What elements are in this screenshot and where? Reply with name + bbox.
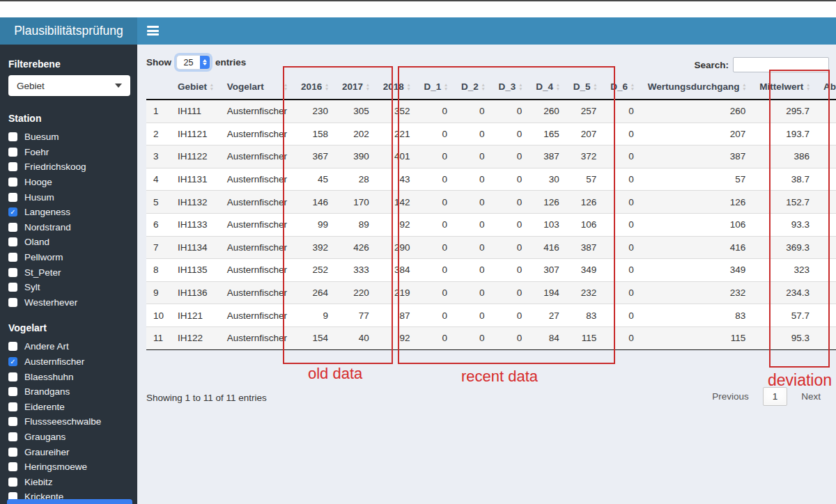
checkbox-icon[interactable]	[8, 387, 17, 396]
next-page-button[interactable]: Next	[793, 387, 829, 406]
station-item-foehr[interactable]: Foehr	[8, 145, 130, 160]
column-header-d-6[interactable]: D_6▴▾	[603, 75, 641, 100]
cell: 165	[529, 123, 566, 145]
checkbox-icon[interactable]	[8, 298, 17, 307]
column-header-d-4[interactable]: D_4▴▾	[529, 75, 566, 100]
checkbox-icon[interactable]	[8, 283, 17, 292]
station-item-buesum[interactable]: Buesum	[8, 129, 130, 145]
column-header-abweichung[interactable]: Abweichung▴▾	[816, 75, 836, 100]
sort-icon: ▴▾	[207, 83, 213, 90]
cell: 0	[417, 145, 455, 168]
station-item-hooge[interactable]: Hooge	[8, 175, 130, 190]
vogelart-item-andere-art[interactable]: Andere Art	[8, 339, 130, 354]
table-row[interactable]: 7IH1134Austernfischer3924262900004163870…	[146, 236, 836, 259]
cell: 170	[335, 191, 376, 214]
column-header-2016[interactable]: 2016▴▾	[294, 75, 335, 100]
cell: 0	[454, 100, 492, 123]
cell: 1	[146, 100, 171, 123]
cell: 401	[376, 145, 417, 168]
column-header-d-1[interactable]: D_1▴▾	[417, 75, 455, 100]
checkbox-icon[interactable]	[8, 462, 17, 471]
vogelart-item-kiebitz[interactable]: Kiebitz	[8, 474, 130, 489]
vogelart-item-austernfischer[interactable]: ✓Austernfischer	[8, 354, 130, 370]
station-item-st-peter[interactable]: St_Peter	[8, 265, 130, 280]
table-row[interactable]: 11IH122Austernfischer1544092000841150115…	[146, 326, 836, 349]
table-row[interactable]: 10IH121Austernfischer97787000278308357.7…	[146, 304, 836, 327]
checkbox-checked-icon[interactable]: ✓	[8, 357, 17, 366]
column-header-d-2[interactable]: D_2▴▾	[454, 75, 492, 100]
station-item-friedrichskoog[interactable]: Friedrichskoog	[8, 159, 130, 175]
table-row[interactable]: 3IH1122Austernfischer3673904010003873720…	[146, 145, 836, 168]
table-row[interactable]: 6IH1133Austernfischer9989920001031060106…	[146, 213, 836, 236]
cell: IH1133	[171, 213, 220, 236]
cell: 390	[335, 145, 376, 168]
checkbox-icon[interactable]	[8, 478, 17, 487]
column-header-d-5[interactable]: D_5▴▾	[566, 75, 604, 100]
table-row[interactable]: 1IH111Austernfischer23030535200026025702…	[146, 100, 836, 123]
checkbox-icon[interactable]	[8, 148, 17, 157]
checkbox-icon[interactable]	[8, 253, 17, 262]
checkbox-checked-icon[interactable]: ✓	[8, 207, 17, 216]
hamburger-icon[interactable]	[147, 26, 159, 36]
vogelart-item-graugans[interactable]: Graugans	[8, 430, 130, 445]
previous-page-button[interactable]: Previous	[704, 387, 757, 406]
station-item-nordstrand[interactable]: Nordstrand	[8, 220, 130, 235]
cell: 260	[529, 100, 566, 123]
table-row[interactable]: 4IH1131Austernfischer452843000305705738.…	[146, 168, 836, 191]
checkbox-icon[interactable]	[8, 432, 17, 441]
station-item-sylt[interactable]: Sylt	[8, 280, 130, 295]
cell: 0	[492, 259, 529, 282]
column-header-2018[interactable]: 2018▴▾	[376, 75, 417, 100]
cell: 220	[335, 281, 376, 304]
column-header-2017[interactable]: 2017▴▾	[335, 75, 376, 100]
checkbox-icon[interactable]	[8, 132, 17, 141]
cell: 38.7	[752, 168, 816, 191]
column-header-gebiet[interactable]: Gebiet▴▾	[171, 75, 220, 100]
vogelart-item-graureiher[interactable]: Graureiher	[8, 444, 130, 459]
table-row[interactable]: 2IH1121Austernfischer1582022210001652070…	[146, 123, 836, 145]
checkbox-icon[interactable]	[8, 193, 17, 202]
cell: 0	[454, 191, 492, 214]
sort-icon: ▴▾	[590, 83, 596, 90]
vogelart-item-brandgans[interactable]: Brandgans	[8, 384, 130, 400]
checkbox-icon[interactable]	[8, 178, 17, 187]
page-length-select[interactable]: 25	[176, 55, 210, 70]
checkbox-icon[interactable]	[8, 417, 17, 426]
filterebene-select[interactable]: Gebiet	[8, 75, 130, 96]
checkbox-icon[interactable]	[8, 372, 17, 381]
vogelart-item-heringsmoewe[interactable]: Heringsmoewe	[8, 459, 130, 475]
station-item-oland[interactable]: Oland	[8, 235, 130, 250]
cell: Austernfischer	[220, 326, 294, 349]
table-row[interactable]: 8IH1135Austernfischer2523333840003073490…	[146, 259, 836, 282]
vogelart-item-eiderente[interactable]: Eiderente	[8, 400, 130, 415]
stepper-icon[interactable]	[200, 55, 210, 70]
checkbox-icon[interactable]	[8, 162, 17, 171]
checkbox-icon[interactable]	[8, 223, 17, 232]
station-item-husum[interactable]: Husum	[8, 189, 130, 205]
column-header-mittelwert[interactable]: Mittelwert▴▾	[752, 75, 816, 100]
station-item-pellworm[interactable]: Pellworm	[8, 250, 130, 265]
vogelart-item-flussseeschwalbe[interactable]: Flussseeschwalbe	[8, 414, 130, 430]
station-item-langeness[interactable]: ✓Langeness	[8, 205, 130, 220]
checkbox-icon[interactable]	[8, 402, 17, 411]
station-item-westerhever[interactable]: Westerhever	[8, 295, 130, 310]
search-input[interactable]	[733, 57, 829, 72]
current-page-button[interactable]: 1	[763, 387, 788, 406]
column-header-wertungsdurchgang[interactable]: Wertungsdurchgang▴▾	[641, 75, 753, 100]
checkbox-icon[interactable]	[8, 268, 17, 277]
vogelart-item-blaesshuhn[interactable]: Blaesshuhn	[8, 369, 130, 384]
cell: 0	[603, 259, 641, 282]
checkbox-icon[interactable]	[8, 342, 17, 351]
cell: 92	[376, 326, 417, 349]
table-row[interactable]: 5IH1132Austernfischer1461701420001261260…	[146, 191, 836, 214]
column-header-d-3[interactable]: D_3▴▾	[492, 75, 529, 100]
checkbox-icon[interactable]	[8, 237, 17, 246]
cell: 89	[335, 213, 376, 236]
column-header-vogelart[interactable]: Vogelart▴▾	[220, 75, 294, 100]
checkbox-icon[interactable]	[8, 448, 17, 457]
cell: 0	[492, 123, 529, 145]
cell: 11	[146, 326, 171, 349]
sidebar-partial-element[interactable]	[7, 499, 132, 504]
table-row[interactable]: 9IH1136Austernfischer2642202190001942320…	[146, 281, 836, 304]
cell: 126	[529, 191, 566, 214]
